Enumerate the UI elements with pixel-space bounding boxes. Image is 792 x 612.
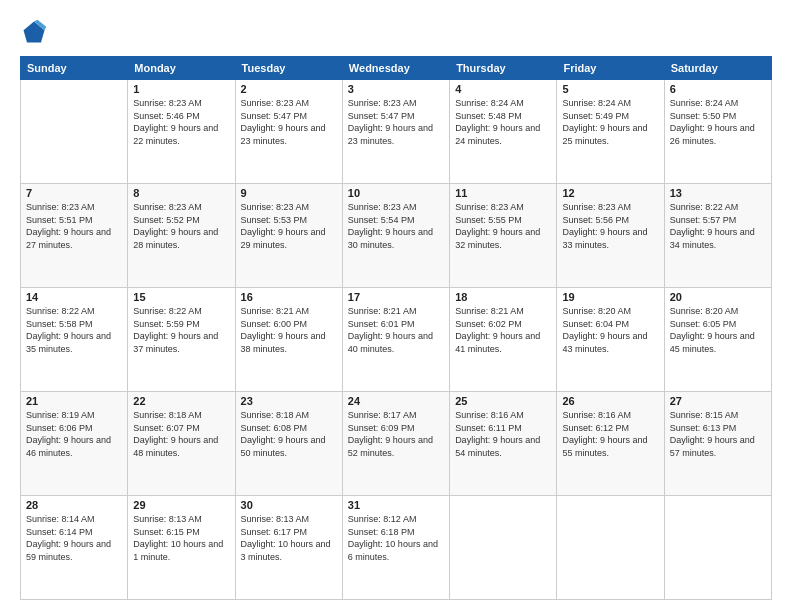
day-number: 13	[670, 187, 766, 199]
calendar-cell: 23Sunrise: 8:18 AMSunset: 6:08 PMDayligh…	[235, 392, 342, 496]
calendar-cell: 30Sunrise: 8:13 AMSunset: 6:17 PMDayligh…	[235, 496, 342, 600]
day-info: Sunrise: 8:24 AMSunset: 5:50 PMDaylight:…	[670, 97, 766, 147]
week-row-2: 14Sunrise: 8:22 AMSunset: 5:58 PMDayligh…	[21, 288, 772, 392]
calendar-cell: 28Sunrise: 8:14 AMSunset: 6:14 PMDayligh…	[21, 496, 128, 600]
day-info: Sunrise: 8:17 AMSunset: 6:09 PMDaylight:…	[348, 409, 444, 459]
calendar-cell: 21Sunrise: 8:19 AMSunset: 6:06 PMDayligh…	[21, 392, 128, 496]
calendar-cell: 12Sunrise: 8:23 AMSunset: 5:56 PMDayligh…	[557, 184, 664, 288]
header	[20, 18, 772, 46]
day-info: Sunrise: 8:23 AMSunset: 5:46 PMDaylight:…	[133, 97, 229, 147]
day-number: 20	[670, 291, 766, 303]
weekday-header-saturday: Saturday	[664, 57, 771, 80]
calendar-cell: 20Sunrise: 8:20 AMSunset: 6:05 PMDayligh…	[664, 288, 771, 392]
weekday-header-monday: Monday	[128, 57, 235, 80]
day-info: Sunrise: 8:23 AMSunset: 5:47 PMDaylight:…	[348, 97, 444, 147]
day-info: Sunrise: 8:23 AMSunset: 5:54 PMDaylight:…	[348, 201, 444, 251]
day-info: Sunrise: 8:20 AMSunset: 6:05 PMDaylight:…	[670, 305, 766, 355]
day-info: Sunrise: 8:22 AMSunset: 5:57 PMDaylight:…	[670, 201, 766, 251]
calendar-cell: 24Sunrise: 8:17 AMSunset: 6:09 PMDayligh…	[342, 392, 449, 496]
day-info: Sunrise: 8:16 AMSunset: 6:11 PMDaylight:…	[455, 409, 551, 459]
day-number: 16	[241, 291, 337, 303]
day-number: 2	[241, 83, 337, 95]
calendar-cell	[557, 496, 664, 600]
day-info: Sunrise: 8:24 AMSunset: 5:49 PMDaylight:…	[562, 97, 658, 147]
day-number: 11	[455, 187, 551, 199]
day-info: Sunrise: 8:24 AMSunset: 5:48 PMDaylight:…	[455, 97, 551, 147]
weekday-header-thursday: Thursday	[450, 57, 557, 80]
day-info: Sunrise: 8:19 AMSunset: 6:06 PMDaylight:…	[26, 409, 122, 459]
day-number: 22	[133, 395, 229, 407]
calendar-cell: 13Sunrise: 8:22 AMSunset: 5:57 PMDayligh…	[664, 184, 771, 288]
day-info: Sunrise: 8:21 AMSunset: 6:02 PMDaylight:…	[455, 305, 551, 355]
calendar-cell: 11Sunrise: 8:23 AMSunset: 5:55 PMDayligh…	[450, 184, 557, 288]
day-info: Sunrise: 8:22 AMSunset: 5:58 PMDaylight:…	[26, 305, 122, 355]
calendar-table: SundayMondayTuesdayWednesdayThursdayFrid…	[20, 56, 772, 600]
calendar-cell: 26Sunrise: 8:16 AMSunset: 6:12 PMDayligh…	[557, 392, 664, 496]
day-info: Sunrise: 8:22 AMSunset: 5:59 PMDaylight:…	[133, 305, 229, 355]
day-number: 5	[562, 83, 658, 95]
logo-icon	[20, 18, 48, 46]
calendar-cell: 15Sunrise: 8:22 AMSunset: 5:59 PMDayligh…	[128, 288, 235, 392]
calendar-cell: 22Sunrise: 8:18 AMSunset: 6:07 PMDayligh…	[128, 392, 235, 496]
week-row-0: 1Sunrise: 8:23 AMSunset: 5:46 PMDaylight…	[21, 80, 772, 184]
week-row-3: 21Sunrise: 8:19 AMSunset: 6:06 PMDayligh…	[21, 392, 772, 496]
day-number: 24	[348, 395, 444, 407]
logo	[20, 18, 52, 46]
day-number: 27	[670, 395, 766, 407]
calendar-cell	[21, 80, 128, 184]
day-number: 6	[670, 83, 766, 95]
day-info: Sunrise: 8:23 AMSunset: 5:55 PMDaylight:…	[455, 201, 551, 251]
calendar-cell: 7Sunrise: 8:23 AMSunset: 5:51 PMDaylight…	[21, 184, 128, 288]
calendar-cell: 3Sunrise: 8:23 AMSunset: 5:47 PMDaylight…	[342, 80, 449, 184]
weekday-header-tuesday: Tuesday	[235, 57, 342, 80]
day-number: 31	[348, 499, 444, 511]
day-number: 1	[133, 83, 229, 95]
weekday-header-friday: Friday	[557, 57, 664, 80]
day-number: 23	[241, 395, 337, 407]
weekday-header-row: SundayMondayTuesdayWednesdayThursdayFrid…	[21, 57, 772, 80]
day-number: 7	[26, 187, 122, 199]
day-number: 15	[133, 291, 229, 303]
calendar-cell: 14Sunrise: 8:22 AMSunset: 5:58 PMDayligh…	[21, 288, 128, 392]
calendar-cell: 4Sunrise: 8:24 AMSunset: 5:48 PMDaylight…	[450, 80, 557, 184]
page: SundayMondayTuesdayWednesdayThursdayFrid…	[0, 0, 792, 612]
day-number: 30	[241, 499, 337, 511]
day-number: 29	[133, 499, 229, 511]
day-number: 4	[455, 83, 551, 95]
calendar-cell: 29Sunrise: 8:13 AMSunset: 6:15 PMDayligh…	[128, 496, 235, 600]
day-info: Sunrise: 8:21 AMSunset: 6:01 PMDaylight:…	[348, 305, 444, 355]
day-info: Sunrise: 8:23 AMSunset: 5:53 PMDaylight:…	[241, 201, 337, 251]
calendar-cell	[450, 496, 557, 600]
calendar-cell: 27Sunrise: 8:15 AMSunset: 6:13 PMDayligh…	[664, 392, 771, 496]
calendar-cell: 10Sunrise: 8:23 AMSunset: 5:54 PMDayligh…	[342, 184, 449, 288]
day-number: 18	[455, 291, 551, 303]
day-info: Sunrise: 8:15 AMSunset: 6:13 PMDaylight:…	[670, 409, 766, 459]
day-info: Sunrise: 8:20 AMSunset: 6:04 PMDaylight:…	[562, 305, 658, 355]
day-info: Sunrise: 8:13 AMSunset: 6:15 PMDaylight:…	[133, 513, 229, 563]
calendar-cell	[664, 496, 771, 600]
weekday-header-sunday: Sunday	[21, 57, 128, 80]
calendar-cell: 5Sunrise: 8:24 AMSunset: 5:49 PMDaylight…	[557, 80, 664, 184]
calendar-cell: 2Sunrise: 8:23 AMSunset: 5:47 PMDaylight…	[235, 80, 342, 184]
day-info: Sunrise: 8:14 AMSunset: 6:14 PMDaylight:…	[26, 513, 122, 563]
day-info: Sunrise: 8:23 AMSunset: 5:56 PMDaylight:…	[562, 201, 658, 251]
week-row-4: 28Sunrise: 8:14 AMSunset: 6:14 PMDayligh…	[21, 496, 772, 600]
day-info: Sunrise: 8:23 AMSunset: 5:47 PMDaylight:…	[241, 97, 337, 147]
calendar-cell: 31Sunrise: 8:12 AMSunset: 6:18 PMDayligh…	[342, 496, 449, 600]
day-info: Sunrise: 8:23 AMSunset: 5:52 PMDaylight:…	[133, 201, 229, 251]
calendar-cell: 8Sunrise: 8:23 AMSunset: 5:52 PMDaylight…	[128, 184, 235, 288]
day-number: 12	[562, 187, 658, 199]
calendar-cell: 9Sunrise: 8:23 AMSunset: 5:53 PMDaylight…	[235, 184, 342, 288]
day-info: Sunrise: 8:13 AMSunset: 6:17 PMDaylight:…	[241, 513, 337, 563]
calendar-cell: 17Sunrise: 8:21 AMSunset: 6:01 PMDayligh…	[342, 288, 449, 392]
calendar-cell: 18Sunrise: 8:21 AMSunset: 6:02 PMDayligh…	[450, 288, 557, 392]
day-number: 26	[562, 395, 658, 407]
calendar-cell: 6Sunrise: 8:24 AMSunset: 5:50 PMDaylight…	[664, 80, 771, 184]
calendar-cell: 1Sunrise: 8:23 AMSunset: 5:46 PMDaylight…	[128, 80, 235, 184]
day-number: 14	[26, 291, 122, 303]
day-number: 3	[348, 83, 444, 95]
day-number: 8	[133, 187, 229, 199]
day-number: 9	[241, 187, 337, 199]
day-number: 28	[26, 499, 122, 511]
week-row-1: 7Sunrise: 8:23 AMSunset: 5:51 PMDaylight…	[21, 184, 772, 288]
